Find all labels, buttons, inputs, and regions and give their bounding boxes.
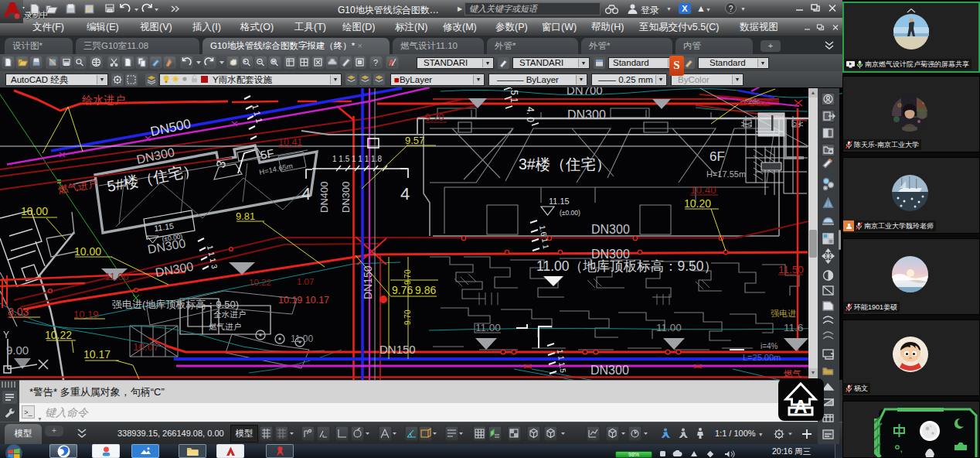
svg-text:10.19 10.17: 10.19 10.17	[278, 295, 329, 306]
svg-text:4: 4	[400, 184, 410, 203]
svg-text:10.19: 10.19	[73, 309, 99, 320]
svg-text:6F: 6F	[709, 149, 725, 164]
svg-text:11.6: 11.6	[784, 322, 803, 333]
svg-text:11.15: 11.15	[549, 197, 570, 206]
svg-text:10.00: 10.00	[74, 245, 101, 258]
svg-text:1.07: 1.07	[297, 277, 314, 286]
svg-text:11.00: 11.00	[656, 322, 682, 333]
svg-text:DN400: DN400	[318, 182, 330, 213]
svg-text:4: 4	[301, 184, 311, 203]
svg-text:强电进: 强电进	[771, 309, 796, 318]
svg-text:9.57: 9.57	[405, 135, 424, 146]
svg-text:燃气进户: 燃气进户	[209, 322, 241, 331]
svg-text:DN300: DN300	[155, 260, 195, 279]
svg-text:.5 1: .5 1	[509, 87, 519, 103]
svg-text:强电进(地库顶板标高：9.50): 强电进(地库顶板标高：9.50)	[112, 299, 239, 310]
svg-text:10.22: 10.22	[45, 329, 72, 341]
svg-text:1 1.5 1 1 1 1.8: 1 1.5 1 1 1 1.8	[332, 155, 382, 163]
svg-text:5F: 5F	[260, 146, 275, 162]
svg-text:DN700: DN700	[567, 87, 603, 97]
svg-text:9.70: 9.70	[425, 112, 444, 123]
svg-text:9.00: 9.00	[6, 344, 29, 357]
svg-text:11.00（地库顶板标高：9.50）: 11.00（地库顶板标高：9.50）	[536, 258, 717, 274]
svg-text:11.15: 11.15	[154, 221, 175, 233]
svg-text:⌐2dc: ⌐2dc	[744, 97, 760, 105]
svg-text:H=14.65m: H=14.65m	[258, 162, 293, 176]
svg-text:H=17.55m: H=17.55m	[706, 169, 746, 179]
svg-text:?: ?	[373, 58, 378, 67]
svg-text:3#楼（住宅）: 3#楼（住宅）	[519, 156, 611, 173]
svg-text:9.81: 9.81	[236, 210, 255, 222]
svg-text:9.76: 9.76	[392, 284, 413, 296]
svg-text:DN300: DN300	[591, 223, 630, 236]
svg-text:10.41: 10.41	[278, 137, 302, 148]
svg-text:9.86: 9.86	[415, 284, 436, 296]
svg-text:全水进户: 全水进户	[213, 309, 246, 319]
svg-text:燃气进户: 燃气进户	[57, 177, 99, 196]
svg-text:燃气: 燃气	[784, 369, 801, 378]
svg-text:DN150: DN150	[362, 265, 374, 299]
svg-text:11.00: 11.00	[475, 322, 501, 333]
svg-text:L=25.00m: L=25.00m	[743, 353, 781, 362]
svg-text:11.00: 11.00	[105, 272, 128, 282]
svg-text:10.40: 10.40	[690, 184, 716, 196]
svg-text:DN300: DN300	[590, 364, 629, 377]
svg-text:,: ,	[900, 446, 903, 453]
svg-text:9.70: 9.70	[403, 309, 412, 325]
svg-text:给水进户: 给水进户	[82, 94, 125, 106]
svg-text:11.00: 11.00	[291, 333, 313, 344]
svg-text:10.07: 10.07	[133, 341, 159, 353]
svg-text:i=4%: i=4%	[761, 342, 778, 350]
svg-text:10.17: 10.17	[83, 348, 111, 361]
svg-text:DN300: DN300	[567, 108, 606, 121]
svg-text:10.20: 10.20	[684, 197, 711, 210]
svg-text:10.00: 10.00	[21, 205, 48, 217]
svg-text:DN300: DN300	[340, 182, 352, 213]
svg-text:10.22: 10.22	[249, 278, 271, 287]
svg-text:11.50: 11.50	[778, 264, 804, 275]
svg-text:Y: Y	[3, 330, 9, 340]
svg-text:4. 0: 4. 0	[525, 107, 536, 122]
svg-text:A: A	[794, 396, 807, 417]
svg-text:5#楼（住宅）: 5#楼（住宅）	[106, 161, 199, 195]
svg-text:8.03: 8.03	[8, 306, 29, 318]
svg-text:(±0.00): (±0.00)	[560, 209, 580, 217]
svg-text:DN150: DN150	[379, 343, 416, 356]
svg-text:9.70: 9.70	[403, 269, 412, 285]
